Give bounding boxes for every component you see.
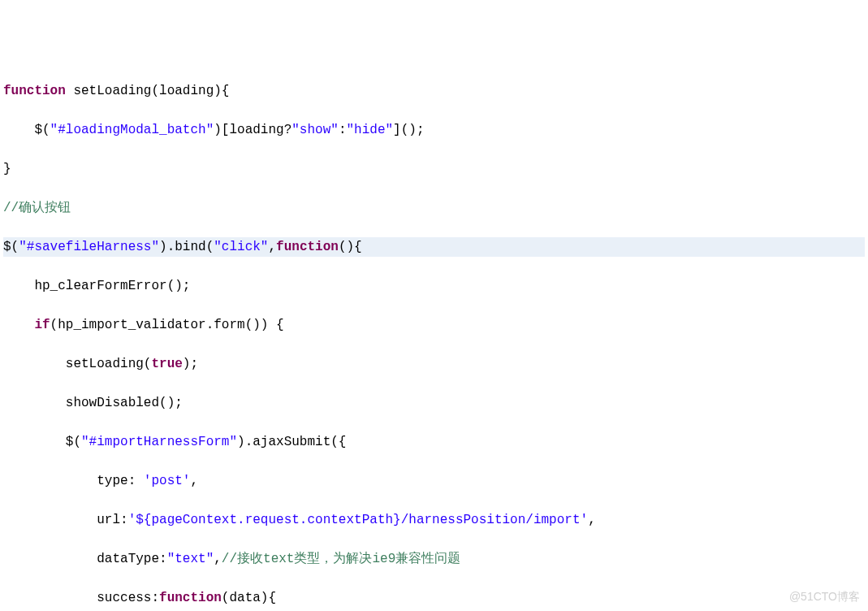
code-token: 'post' [144, 474, 191, 488]
code-token: (data){ [222, 591, 276, 605]
code-token [3, 318, 34, 332]
code-token: true [151, 357, 182, 371]
code-token: } [3, 162, 11, 176]
code-token: "click" [214, 240, 268, 254]
code-token: function [159, 591, 222, 605]
code-token: '${pageContext.request.contextPath}/harn… [128, 513, 589, 527]
code-token: $( [3, 123, 50, 137]
code-token: if [34, 318, 50, 332]
code-token: hp_clearFormError(); [3, 279, 190, 293]
code-token: ).bind( [159, 240, 214, 254]
code-line: setLoading(true); [3, 354, 865, 374]
code-token: $( [3, 435, 81, 449]
code-line: //确认按钮 [3, 198, 865, 218]
code-token: ](); [393, 123, 424, 137]
code-line: showDisabled(); [3, 393, 865, 413]
code-token: "#loadingModal_batch" [50, 123, 214, 137]
code-token: //接收text类型，为解决ie9兼容性问题 [222, 552, 460, 566]
code-token: , [190, 474, 198, 488]
code-line: } [3, 159, 865, 179]
code-line: dataType:"text",//接收text类型，为解决ie9兼容性问题 [3, 549, 865, 569]
code-token: function [276, 240, 339, 254]
code-token: ).ajaxSubmit({ [237, 435, 346, 449]
code-token: , [588, 513, 596, 527]
code-token: setLoading( [3, 357, 151, 371]
code-token: showDisabled(); [3, 396, 183, 410]
code-line: hp_clearFormError(); [3, 276, 865, 296]
code-token: ); [183, 357, 198, 371]
code-token: type: [3, 474, 144, 488]
code-token: setLoading(loading){ [66, 84, 230, 98]
code-token: url: [3, 513, 128, 527]
code-line: success:function(data){ [3, 588, 865, 608]
watermark: @51CTO博客 [789, 587, 860, 606]
code-token: $( [3, 240, 19, 254]
code-token: , [214, 552, 222, 566]
code-token: )[loading? [214, 123, 291, 137]
code-token: "text" [167, 552, 214, 566]
code-line: $("#loadingModal_batch")[loading?"show":… [3, 120, 865, 140]
code-token: (hp_import_validator.form()) { [50, 318, 284, 332]
code-token: //确认按钮 [3, 201, 71, 215]
code-token: function [3, 84, 66, 98]
code-line: function setLoading(loading){ [3, 81, 865, 101]
code-line: type: 'post', [3, 471, 865, 491]
code-line: if(hp_import_validator.form()) { [3, 315, 865, 335]
code-block: function setLoading(loading){ $("#loadin… [3, 81, 865, 611]
code-line: $("#importHarnessForm").ajaxSubmit({ [3, 432, 865, 452]
code-line: url:'${pageContext.request.contextPath}/… [3, 510, 865, 530]
code-token: "show" [291, 123, 339, 137]
code-token: dataType: [3, 552, 167, 566]
code-token: success: [3, 591, 159, 605]
code-token: "hide" [346, 123, 393, 137]
code-token: (){ [339, 240, 362, 254]
code-token: , [268, 240, 276, 254]
code-token: "#savefileHarness" [19, 240, 159, 254]
code-line: $("#savefileHarness").bind("click",funct… [3, 237, 865, 257]
code-token: "#importHarnessForm" [81, 435, 237, 449]
